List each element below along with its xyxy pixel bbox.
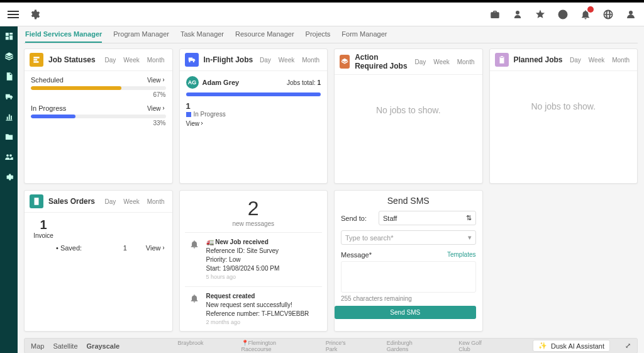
gears-icon[interactable] <box>29 9 40 20</box>
inflight-jobs-card: In-Flight Jobs DayWeekMonth AG Adam Grey… <box>179 48 328 184</box>
time-toggle-week[interactable]: Week <box>276 55 297 65</box>
tab-program-manager[interactable]: Program Manager <box>113 30 169 43</box>
map-place-label: Kew Golf Club <box>458 340 484 352</box>
empty-message: No jobs to show. <box>496 101 631 111</box>
topbar <box>0 3 644 26</box>
map-place-label: Edinburgh Gardens <box>387 340 421 352</box>
time-toggle-week[interactable]: Week <box>121 55 142 65</box>
chars-remaining: 255 characters remaining <box>335 294 482 303</box>
empty-message: No jobs to show. <box>341 105 476 115</box>
message-sub: new messages <box>180 220 328 227</box>
message-line: New request sent successfully! <box>206 301 309 310</box>
jobs-total-value: 1 <box>317 79 321 86</box>
action-required-card: Action Required Jobs DayWeekMonth No job… <box>334 48 483 184</box>
clipboard-icon <box>495 53 509 67</box>
time-toggle-month[interactable]: Month <box>455 57 477 67</box>
send-sms-button[interactable]: Send SMS <box>335 306 476 319</box>
send-to-select[interactable]: Staff ⇅ <box>379 211 476 225</box>
updown-icon: ⇅ <box>466 214 472 222</box>
send-sms-card: Send SMS Send to: Staff ⇅ Type to search… <box>334 190 483 332</box>
globe-icon[interactable] <box>602 9 614 20</box>
time-toggle-week[interactable]: Week <box>121 197 142 206</box>
time-toggle-day[interactable]: Day <box>257 55 274 65</box>
time-toggle-day[interactable]: Day <box>103 55 119 65</box>
avatar: AG <box>186 76 199 89</box>
messages-card: 2 new messages 🚛 New Job received Refere… <box>179 190 328 332</box>
message-time: 2 months ago <box>206 318 309 327</box>
sidebar-layers-icon[interactable] <box>3 50 14 62</box>
tab-task-manager[interactable]: Task Manager <box>180 30 224 43</box>
sidebar-truck-icon[interactable] <box>3 91 14 102</box>
map-place-label: 📍Flemington Racecourse <box>242 340 288 352</box>
sidebar-chart-icon[interactable] <box>3 111 14 122</box>
expand-icon[interactable]: ⤢ <box>625 342 631 350</box>
ai-assistant-label[interactable]: Dusk AI Assistant <box>551 342 604 350</box>
view-link[interactable]: View <box>147 77 166 84</box>
clock-icon[interactable] <box>557 9 569 20</box>
progress-bar <box>31 86 166 90</box>
time-toggle-month[interactable]: Month <box>299 55 322 65</box>
sidebar <box>0 26 18 353</box>
time-toggle-day[interactable]: Day <box>567 55 584 65</box>
legend: In Progress <box>186 111 321 118</box>
status-name: In Progress <box>31 104 66 112</box>
message-textarea[interactable] <box>341 261 476 293</box>
sidebar-settings-icon[interactable] <box>3 171 14 182</box>
card-title: Sales Orders <box>48 197 95 206</box>
map-type-map[interactable]: Map <box>31 342 44 350</box>
message-line: Start: 19/08/2024 5:00 PM <box>206 264 280 273</box>
tab-field-services-manager[interactable]: Field Services Manager <box>25 30 102 43</box>
templates-link[interactable]: Templates <box>447 251 476 259</box>
message-time: 5 hours ago <box>206 273 280 281</box>
time-toggle-week[interactable]: Week <box>586 55 607 65</box>
map-place-label: Prince's Park <box>326 340 349 352</box>
progress-bar <box>31 115 166 118</box>
invoice-label: Invoice <box>31 232 56 239</box>
job-statuses-card: Job Statuses DayWeekMonth Scheduled View… <box>24 48 173 184</box>
people-icon[interactable] <box>512 9 523 20</box>
card-title: Planned Jobs <box>514 55 563 64</box>
job-statuses-icon <box>30 53 43 67</box>
map-type-satellite[interactable]: Satellite <box>53 342 77 350</box>
saved-label: • Saved: <box>56 244 82 252</box>
briefcase-icon[interactable] <box>489 9 501 20</box>
time-toggle-month[interactable]: Month <box>145 55 167 65</box>
time-toggle-week[interactable]: Week <box>431 57 452 67</box>
hamburger-menu-icon[interactable] <box>8 11 19 18</box>
message-line: Reference number: T-FLMCV9EBBR <box>206 310 309 318</box>
status-row: In Progress View 33% <box>31 104 166 126</box>
sidebar-folder-icon[interactable] <box>3 131 14 142</box>
status-name: Scheduled <box>31 76 64 84</box>
time-toggle-day[interactable]: Day <box>413 57 429 67</box>
truck-icon <box>185 53 199 67</box>
sidebar-document-icon[interactable] <box>3 70 14 82</box>
time-toggles: DayWeekMonth <box>103 55 167 65</box>
tab-resource-manager[interactable]: Resource Manager <box>235 30 294 43</box>
map-place-label: Braybrook <box>178 340 204 352</box>
invoice-count: 1 <box>31 218 56 232</box>
map-type-grayscale[interactable]: Grayscale <box>87 342 120 350</box>
message-item[interactable]: Request created New request sent success… <box>185 286 323 332</box>
tab-form-manager[interactable]: Form Manager <box>341 30 387 43</box>
time-toggle-day[interactable]: Day <box>103 197 119 206</box>
bell-icon[interactable] <box>580 9 591 20</box>
view-link[interactable]: View <box>147 105 166 112</box>
star-icon[interactable] <box>535 9 546 20</box>
time-toggle-month[interactable]: Month <box>609 55 632 65</box>
user-icon[interactable] <box>625 9 636 20</box>
view-link[interactable]: View <box>146 244 166 252</box>
invoice-icon <box>30 194 43 208</box>
sidebar-dashboard-icon[interactable] <box>3 30 14 42</box>
card-title: In-Flight Jobs <box>204 55 253 64</box>
planned-jobs-card: Planned Jobs DayWeekMonth No jobs to sho… <box>489 48 638 184</box>
tab-projects[interactable]: Projects <box>306 30 331 43</box>
sales-orders-card: Sales Orders DayWeekMonth 1 Invoice • Sa… <box>24 190 173 332</box>
recipient-search[interactable]: Type to search* ▾ <box>341 230 476 245</box>
send-to-label: Send to: <box>341 215 374 222</box>
inflight-count: 1 <box>186 101 321 111</box>
view-link[interactable]: View <box>186 120 321 127</box>
message-item[interactable]: 🚛 New Job received Reference ID: Site Su… <box>185 232 323 286</box>
time-toggle-month[interactable]: Month <box>145 197 167 206</box>
sidebar-group-icon[interactable] <box>3 151 14 162</box>
message-title: 🚛 New Job received <box>206 238 280 247</box>
